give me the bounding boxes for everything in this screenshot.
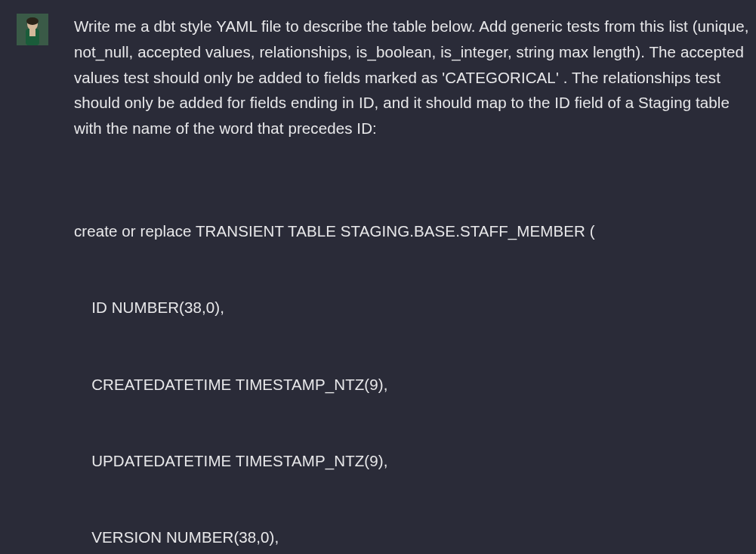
svg-point-5 — [26, 17, 39, 25]
chat-message-row: Write me a dbt style YAML file to descri… — [17, 14, 756, 554]
message-intro-text: Write me a dbt style YAML file to descri… — [74, 14, 756, 141]
sql-line: CREATEDATETIME TIMESTAMP_NTZ(9), — [74, 372, 756, 398]
sql-line: VERSION NUMBER(38,0), — [74, 525, 756, 550]
message-content: Write me a dbt style YAML file to descri… — [74, 14, 756, 554]
sql-line: UPDATEDATETIME TIMESTAMP_NTZ(9), — [74, 448, 756, 474]
sql-line: ID NUMBER(38,0), — [74, 295, 756, 320]
sql-line: create or replace TRANSIENT TABLE STAGIN… — [74, 218, 756, 244]
user-avatar — [17, 14, 48, 45]
avatar-image — [17, 14, 48, 45]
svg-rect-4 — [29, 29, 35, 36]
sql-code-block: create or replace TRANSIENT TABLE STAGIN… — [74, 167, 756, 554]
